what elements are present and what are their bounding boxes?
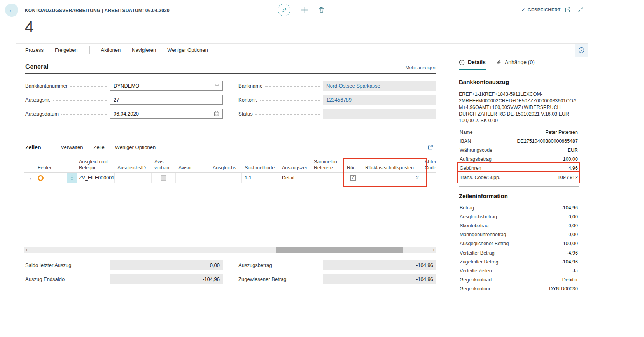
menu-item-aktionen[interactable]: Aktionen [101,47,121,53]
col-ausgleichs[interactable]: Ausgleichs... [210,165,242,172]
field-value: 100,00 [563,156,578,162]
vertical-dots-icon [71,175,73,181]
field-value: Debitor [562,277,578,283]
auszugszeile-cell[interactable]: Detail [279,173,311,183]
auszugsdatum-input[interactable]: 06.04.2020 [110,109,223,119]
belegnr-cell[interactable]: ZV_FILE000001 [77,173,115,183]
info-icon [578,47,584,53]
bankkontonummer-combobox[interactable]: DYNDEMO [110,81,223,91]
avis-vorhanden-checkbox[interactable] [161,175,166,181]
field-saldo-letzter-auszug: Saldo letzter Auszug 0,00 [25,260,223,270]
field-label: Zugeteilter Betrag [460,259,498,265]
show-more-link[interactable]: Mehr anzeigen [406,65,436,70]
lines-menu-weniger-optionen[interactable]: Weniger Optionen [115,144,156,150]
ruecklastschrift-cell[interactable] [344,173,362,183]
detail-field-row: IBAN DE27510400380000665487 [459,137,579,146]
ausgleichs-cell[interactable] [210,173,242,183]
sammelbuchung-referenz-cell[interactable] [311,173,344,183]
factbox-divider [459,186,579,187]
field-label: Skontobetrag [460,223,488,228]
auszugsnr-input[interactable]: 27 [110,95,223,105]
avisnr-cell[interactable] [176,173,210,183]
dotted-leader [260,100,320,101]
dotted-leader [275,266,320,266]
tab-anhaenge[interactable]: Anhänge (0) [497,59,535,70]
field-label: Name [460,130,472,135]
field-value: -104,96 [562,205,578,211]
col-avis-vorhanden[interactable]: Avis vorhan [152,159,176,172]
detail-field-row: Verteilte Zeilen Ja [459,266,579,275]
menu-item-freigeben[interactable]: Freigeben [55,47,78,53]
field-label: Auszugsdatum [25,111,59,117]
ruecklastschriftsposten-link[interactable]: 2 [416,175,419,181]
detail-field-row: Name Peter Petersen [459,128,579,137]
field-label: Kontonr. [238,97,257,103]
chevron-down-icon[interactable] [215,83,219,88]
field-label: Status [238,111,253,117]
ruecklastschriftsposten-cell[interactable]: 2 [362,173,422,183]
ausgleichsid-cell[interactable] [115,173,152,183]
suchmethode-cell[interactable]: 1-1 [242,173,279,183]
saldo-letzter-auszug-field: 0,00 [110,260,223,270]
field-label: Saldo letzter Auszug [25,262,72,268]
page-title: 4 [25,18,34,36]
field-auszug-endsaldo: Auszug Endsaldo -104,96 [25,274,223,284]
bankname-value[interactable]: Nord-Ostsee Sparkasse [326,83,433,89]
col-abteilungscode[interactable]: Abteilu Code [422,159,436,172]
col-ruecklastschriftsposten[interactable]: Rücklastschriftsposten... [362,165,422,172]
col-ausgleich-mit-belegnr[interactable]: Ausgleich mit Belegnr. [77,159,115,172]
open-lines-in-new-button[interactable] [427,144,433,150]
ruecklastschrift-checkbox[interactable] [350,175,356,181]
field-label: Mahngebührenbetrag [460,232,506,237]
scroll-left-arrow[interactable]: ‹ [24,247,30,253]
menu-item-prozess[interactable]: Prozess [25,47,44,53]
field-label: Zugewiesener Betrag [238,276,287,282]
field-auszugsbetrag: Auszugsbetrag -104,96 [238,260,436,270]
menu-item-weniger-optionen[interactable]: Weniger Optionen [167,47,208,53]
field-label: Gegenkontonr. [460,286,492,291]
col-ausgleichsid[interactable]: AusgleichsID [115,165,152,172]
fehler-cell[interactable] [35,173,67,183]
calendar-icon[interactable] [214,111,219,116]
grid-data-row[interactable]: → ZV_FILE000001 1-1 Detail 2 [24,173,436,183]
detail-field-row: Zugeteilter Betrag -104,96 [459,257,579,266]
info-panel-button[interactable] [575,44,588,57]
field-value: 109 / 912 [558,175,578,180]
general-section: General Mehr anzeigen Bankkontonummer DY… [25,63,436,123]
horizontal-scrollbar[interactable]: ‹ › [24,247,436,253]
dotted-leader [61,114,107,115]
tab-details[interactable]: Details [459,59,486,70]
new-record-button[interactable] [300,6,308,14]
col-ruecklastschrift[interactable]: Rüc... [344,165,362,172]
tab-details-label: Details [468,59,486,65]
scrollbar-thumb[interactable] [276,247,404,253]
avis-vorhanden-cell[interactable] [152,173,176,183]
kontonr-value[interactable]: 123456789 [326,97,433,103]
scroll-right-arrow[interactable]: › [431,247,436,253]
col-fehler[interactable]: Fehler [35,165,67,172]
col-auszugszeile[interactable]: Auszugszei... [279,165,311,172]
lines-grid: Fehler Ausgleich mit Belegnr. Ausgleichs… [24,160,436,183]
detail-field-row: Gebühren 4,96 [459,164,579,173]
field-label: Bankname [238,83,262,89]
edit-button[interactable] [278,4,290,16]
open-in-new-window-button[interactable] [565,7,571,13]
back-button[interactable]: ← [5,4,18,17]
row-menu-button[interactable] [67,173,77,183]
col-sammelbuchung-referenz[interactable]: Sammelbu... Referenz [311,159,344,172]
col-suchmethode[interactable]: Suchmethode [242,165,279,172]
abteilungscode-cell[interactable] [422,173,436,183]
trash-icon [318,7,325,13]
col-avisnr[interactable]: Avisnr. [176,165,210,172]
bank-statement-description: EREF+1-1KREF+1843-5911LEXCOM-2MREF+M0000… [459,91,579,124]
detail-field-row: Betrag -104,96 [459,203,579,212]
menu-item-navigieren[interactable]: Navigieren [132,47,156,53]
lines-menu-verwalten[interactable]: Verwalten [61,144,83,150]
collapse-window-button[interactable] [578,7,584,13]
delete-record-button[interactable] [318,7,325,13]
field-bankkontonummer: Bankkontonummer DYNDEMO [25,81,223,91]
field-value: 0,00 [569,214,578,219]
pencil-icon [282,7,287,13]
lines-menu-zeile[interactable]: Zeile [94,144,105,150]
info-icon [459,60,465,65]
